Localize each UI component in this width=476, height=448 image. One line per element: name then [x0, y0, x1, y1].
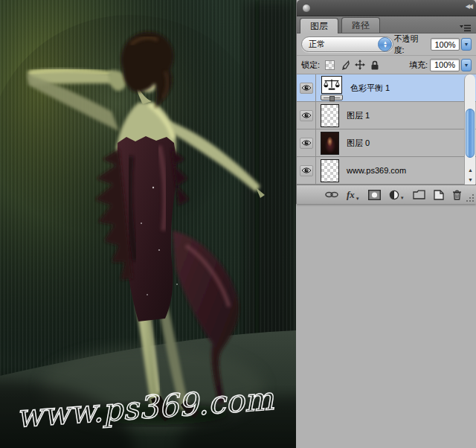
blend-mode-select[interactable]: 正常 ▲▼ [301, 36, 393, 52]
color-balance-scales-icon [323, 77, 341, 92]
close-panel-icon[interactable] [302, 4, 311, 13]
layer-row-watermark[interactable]: www.ps369.com [297, 157, 476, 185]
fill-input[interactable]: 100% [430, 59, 460, 71]
lock-row: 锁定: 填充: 100% ▼ [297, 56, 476, 74]
layer-style-fx-icon[interactable]: fx▼ [347, 189, 360, 201]
fill-dropdown-icon[interactable]: ▼ [461, 59, 472, 71]
stepper-icon: ▲▼ [378, 37, 392, 51]
scroll-up-icon[interactable]: ▲ [465, 165, 476, 175]
visibility-eye-icon[interactable] [300, 83, 313, 94]
new-group-folder-icon[interactable] [413, 190, 425, 199]
lock-transparency-icon[interactable] [325, 60, 335, 70]
panel-titlebar[interactable]: ◀◀ [297, 0, 476, 16]
collapse-to-icons-icon[interactable]: ◀◀ [466, 3, 472, 10]
photo-dancer: www.ps369.com [0, 0, 296, 448]
lock-pixels-brush-icon[interactable] [340, 60, 350, 70]
panel-resize-grip[interactable] [465, 193, 474, 202]
layer-thumbnail[interactable] [321, 132, 339, 155]
visibility-eye-icon[interactable] [300, 138, 313, 149]
layers-scrollbar[interactable]: ▲ ▼ [464, 74, 475, 185]
layers-list: 色彩平衡 1 图层 1 图层 0 www.ps369.com [297, 74, 476, 185]
opacity-input[interactable]: 100% [431, 38, 460, 51]
new-layer-icon[interactable] [434, 190, 444, 200]
layer-thumbnail[interactable] [321, 104, 339, 127]
visibility-eye-icon[interactable] [300, 110, 313, 121]
layer-name[interactable]: 图层 1 [347, 110, 370, 121]
lock-label: 锁定: [301, 60, 320, 71]
panel-tab-bar: 图层 路径 [297, 16, 476, 33]
scroll-down-icon[interactable]: ▼ [465, 175, 476, 185]
layers-panel-toolbar: fx▼ ▼ [297, 185, 476, 204]
fill-label: 填充: [409, 60, 428, 71]
layer-row-layer1[interactable]: 图层 1 [297, 102, 476, 129]
new-adjustment-layer-icon[interactable]: ▼ [389, 190, 405, 200]
blend-mode-row: 正常 ▲▼ 不透明度: 100% ▼ [297, 33, 476, 56]
opacity-dropdown-icon[interactable]: ▼ [461, 38, 472, 51]
add-layer-mask-icon[interactable] [368, 190, 381, 200]
layers-panel: ◀◀ 图层 路径 正常 ▲▼ 不透明度: 100% ▼ 锁定: [296, 0, 476, 204]
document-canvas: www.ps369.com [0, 0, 296, 448]
layer-thumbnail[interactable] [321, 159, 339, 182]
adjustment-slider-icon [321, 95, 343, 100]
scrollbar-thumb[interactable] [466, 109, 475, 158]
link-layers-icon[interactable] [325, 191, 338, 198]
layer-row-color-balance[interactable]: 色彩平衡 1 [297, 74, 476, 102]
layer-name[interactable]: 图层 0 [347, 138, 370, 149]
layer-name[interactable]: www.ps369.com [347, 166, 406, 175]
opacity-label: 不透明度: [393, 33, 428, 56]
lock-position-move-icon[interactable] [355, 60, 365, 70]
adjustment-layer-thumbnail[interactable] [321, 76, 343, 100]
lock-all-padlock-icon[interactable] [370, 60, 379, 70]
visibility-eye-icon[interactable] [300, 165, 313, 176]
delete-layer-trash-icon[interactable] [452, 190, 462, 200]
tab-paths[interactable]: 路径 [341, 17, 380, 33]
tab-layers[interactable]: 图层 [300, 18, 338, 33]
layer-row-layer0[interactable]: 图层 0 [297, 129, 476, 157]
panel-menu-icon[interactable] [460, 22, 471, 35]
layer-name[interactable]: 色彩平衡 1 [350, 83, 390, 94]
